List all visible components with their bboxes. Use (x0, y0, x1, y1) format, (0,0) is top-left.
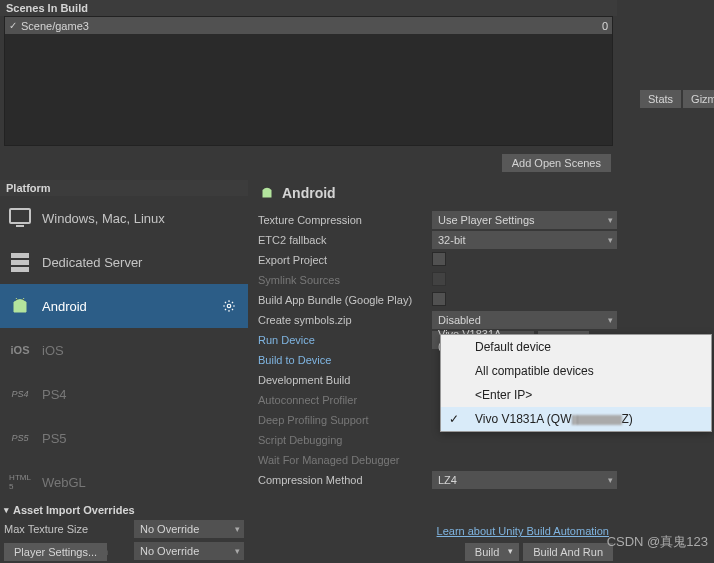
ios-icon: iOS (8, 338, 32, 362)
run-device-popup: Default device All compatible devices <E… (440, 334, 712, 432)
platform-label: PS4 (42, 387, 240, 402)
setting-label: Development Build (258, 374, 432, 386)
platform-header: Platform (0, 180, 248, 196)
create-symbols-row: Create symbols.zip Disabled (258, 310, 617, 330)
popup-item-enter-ip[interactable]: <Enter IP> (441, 383, 711, 407)
stats-button[interactable]: Stats (640, 90, 681, 108)
export-project-row: Export Project (258, 250, 617, 270)
create-symbols-dropdown[interactable]: Disabled (432, 311, 617, 329)
platform-label: Dedicated Server (42, 255, 240, 270)
server-icon (8, 250, 32, 274)
platform-item-dedicated-server[interactable]: Dedicated Server (0, 240, 248, 284)
right-panel: 5,000ms 5 (617, 0, 714, 563)
setting-label: Script Debugging (258, 434, 432, 446)
monitor-icon (8, 206, 32, 230)
symlink-sources-checkbox (432, 272, 446, 286)
setting-label: Wait For Managed Debugger (258, 454, 432, 466)
build-button[interactable]: Build (465, 543, 519, 561)
popup-device-prefix: Vivo V1831A (QW (475, 412, 572, 426)
svg-rect-3 (11, 260, 29, 265)
watermark: CSDN @真鬼123 (607, 533, 708, 551)
platform-list: Windows, Mac, Linux Dedicated Server And… (0, 196, 248, 496)
setting-label: Build App Bundle (Google Play) (258, 294, 432, 306)
max-texture-size-dropdown[interactable]: No Override (134, 520, 244, 538)
setting-label: Export Project (258, 254, 432, 266)
gizmos-button[interactable]: Gizmos (683, 90, 714, 108)
wait-debugger-row: Wait For Managed Debugger (258, 450, 617, 470)
platform-item-ps5[interactable]: PS5 PS5 (0, 416, 248, 460)
setting-label: Build to Device (258, 354, 432, 366)
learn-automation-link[interactable]: Learn about Unity Build Automation (437, 525, 609, 537)
popup-item-all-compatible[interactable]: All compatible devices (441, 359, 711, 383)
svg-point-7 (227, 304, 231, 308)
setting-label: Symlink Sources (258, 274, 432, 286)
platform-label: Android (42, 299, 212, 314)
popup-item-default-device[interactable]: Default device (441, 335, 711, 359)
platform-item-android[interactable]: Android (0, 284, 248, 328)
setting-label: Run Device (258, 334, 432, 346)
asset-import-overrides-header[interactable]: Asset Import Overrides (0, 502, 617, 518)
obscured-serial (572, 415, 622, 425)
scene-index: 0 (602, 20, 608, 32)
etc2-fallback-row: ETC2 fallback 32-bit (258, 230, 617, 250)
setting-label: Compression Method (258, 474, 432, 486)
details-title: Android (258, 180, 617, 210)
texture-compression-dropdown[interactable]: Use Player Settings (432, 211, 617, 229)
popup-item-selected-device[interactable]: Vivo V1831A (QWZ) (441, 407, 711, 431)
scenes-in-build-header: Scenes In Build (0, 0, 617, 16)
svg-rect-1 (16, 225, 24, 227)
symlink-sources-row: Symlink Sources (258, 270, 617, 290)
popup-device-suffix: Z) (622, 412, 633, 426)
setting-label: Texture Compression (258, 214, 432, 226)
compression-method-row: Compression Method LZ4 (258, 470, 617, 490)
scene-checkbox-icon[interactable]: ✓ (9, 20, 17, 31)
setting-label: Max Texture Size (4, 523, 134, 535)
build-app-bundle-checkbox[interactable] (432, 292, 446, 306)
setting-label: Deep Profiling Support (258, 414, 432, 426)
android-icon (8, 294, 32, 318)
player-settings-button[interactable]: Player Settings... (4, 543, 107, 561)
platform-item-webgl[interactable]: HTML5 WebGL (0, 460, 248, 496)
scene-row[interactable]: ✓ Scene/game3 0 (5, 17, 612, 34)
compression-method-dropdown[interactable]: LZ4 (432, 471, 617, 489)
ps4-icon: PS4 (8, 382, 32, 406)
platform-label: PS5 (42, 431, 240, 446)
svg-rect-2 (11, 253, 29, 258)
build-app-bundle-row: Build App Bundle (Google Play) (258, 290, 617, 310)
platform-item-ps4[interactable]: PS4 PS4 (0, 372, 248, 416)
platform-label: WebGL (42, 475, 240, 490)
scenes-list: ✓ Scene/game3 0 (4, 16, 613, 146)
scene-name: Scene/game3 (21, 20, 602, 32)
ps5-icon: PS5 (8, 426, 32, 450)
export-project-checkbox[interactable] (432, 252, 446, 266)
build-and-run-button[interactable]: Build And Run (523, 543, 613, 561)
platform-item-ios[interactable]: iOS iOS (0, 328, 248, 372)
add-open-scenes-button[interactable]: Add Open Scenes (502, 154, 611, 172)
svg-rect-4 (11, 267, 29, 272)
texture-compression-row: Texture Compression Use Player Settings (258, 210, 617, 230)
platform-label: Windows, Mac, Linux (42, 211, 240, 226)
android-icon (258, 184, 276, 202)
setting-label: ETC2 fallback (258, 234, 432, 246)
gear-icon[interactable] (222, 299, 236, 313)
svg-rect-0 (10, 209, 30, 223)
etc2-fallback-dropdown[interactable]: 32-bit (432, 231, 617, 249)
webgl-icon: HTML5 (8, 470, 32, 494)
platform-item-windows[interactable]: Windows, Mac, Linux (0, 196, 248, 240)
setting-label: Autoconnect Profiler (258, 394, 432, 406)
platform-label: iOS (42, 343, 240, 358)
setting-label: Create symbols.zip (258, 314, 432, 326)
details-title-text: Android (282, 185, 336, 201)
script-debugging-row: Script Debugging (258, 430, 617, 450)
